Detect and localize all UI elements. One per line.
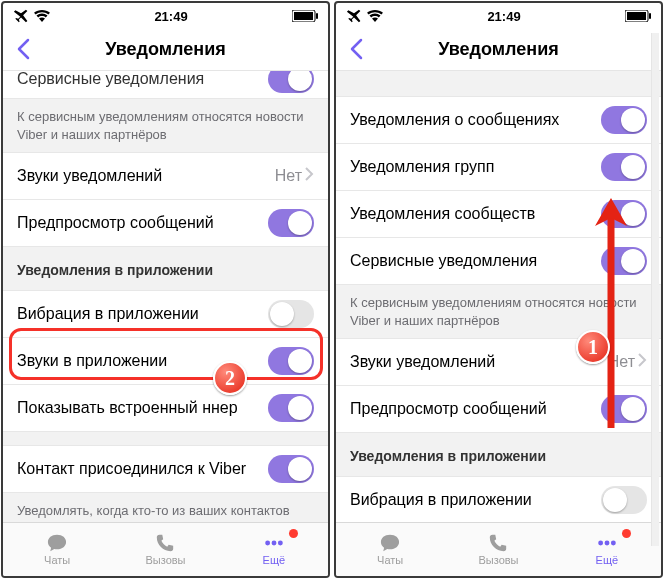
row-label: Сервисные уведомления (350, 252, 601, 270)
chevron-right-icon (637, 352, 647, 372)
wifi-icon (34, 10, 50, 22)
tab-more[interactable]: Ещё (553, 523, 661, 576)
airplane-icon (346, 9, 362, 23)
row-label: Сервисные уведомления (17, 71, 268, 88)
step-badge-2: 2 (213, 361, 247, 395)
row-label: Уведомления о сообщениях (350, 111, 601, 129)
step-badge-1: 1 (576, 330, 610, 364)
toggle-joined[interactable] (268, 455, 314, 483)
row-group-notif[interactable]: Уведомления групп (336, 144, 661, 191)
svg-point-9 (598, 541, 603, 546)
phone-left: 21:49 Уведомления Сервисные уведомления … (1, 1, 330, 578)
tab-label: Чаты (44, 554, 70, 566)
row-label: Звуки уведомлений (17, 167, 275, 185)
row-community-notif[interactable]: Уведомления сообществ (336, 191, 661, 238)
section-spacer (336, 71, 661, 97)
back-button[interactable] (346, 37, 368, 65)
phone-icon (154, 533, 176, 553)
svg-point-5 (278, 541, 283, 546)
section-footer-joined: Уведомлять, когда кто-то из ваших контак… (3, 493, 328, 522)
row-msg-notif[interactable]: Уведомления о сообщениях (336, 97, 661, 144)
toggle-vibration[interactable] (268, 300, 314, 328)
svg-rect-1 (294, 12, 313, 20)
row-preview[interactable]: Предпросмотр сообщений (3, 200, 328, 247)
section-spacer (3, 432, 328, 446)
row-notification-sounds[interactable]: Звуки уведомлений Нет (3, 153, 328, 200)
chat-icon (46, 533, 68, 553)
tab-calls[interactable]: Вызовы (444, 523, 552, 576)
status-time: 21:49 (487, 9, 520, 24)
tab-bar: Чаты Вызовы Ещё (3, 522, 328, 576)
row-label: Предпросмотр сообщений (17, 214, 268, 232)
row-banner[interactable]: Показывать встроенный ннер (3, 385, 328, 432)
row-label: Звуки уведомлений (350, 353, 608, 371)
tab-chats[interactable]: Чаты (336, 523, 444, 576)
more-icon (596, 533, 618, 553)
svg-rect-2 (316, 13, 318, 19)
toggle-preview[interactable] (268, 209, 314, 237)
back-button[interactable] (13, 37, 35, 65)
status-bar: 21:49 (336, 3, 661, 29)
row-label: Вибрация в приложении (350, 491, 601, 509)
navbar: Уведомления (336, 29, 661, 71)
phone-right: 21:49 Уведомления Уведомления о сообщени… (334, 1, 663, 578)
tab-calls[interactable]: Вызовы (111, 523, 219, 576)
settings-list-left: Сервисные уведомления К сервисным уведом… (3, 71, 328, 522)
svg-rect-7 (627, 12, 646, 20)
wifi-icon (367, 10, 383, 22)
svg-point-3 (265, 541, 270, 546)
row-inapp-sounds[interactable]: Звуки в приложении (3, 338, 328, 385)
chevron-right-icon (304, 166, 314, 186)
row-label: Уведомления сообществ (350, 205, 601, 223)
svg-rect-8 (649, 13, 651, 19)
row-vibration[interactable]: Вибрация в приложении (336, 477, 661, 522)
more-icon (263, 533, 285, 553)
svg-point-4 (271, 541, 276, 546)
tab-label: Вызовы (145, 554, 185, 566)
battery-icon (292, 10, 318, 22)
row-value: Нет (275, 167, 302, 185)
row-contact-joined[interactable]: Контакт присоединился к Viber (3, 446, 328, 493)
row-preview[interactable]: Предпросмотр сообщений (336, 386, 661, 433)
airplane-icon (13, 9, 29, 23)
section-footer-service: К сервисным уведомлениям относятся новос… (3, 99, 328, 153)
chat-icon (379, 533, 401, 553)
toggle-vibration[interactable] (601, 486, 647, 514)
toggle-community[interactable] (601, 200, 647, 228)
toggle-preview[interactable] (601, 395, 647, 423)
section-header-inapp: Уведомления в приложении (336, 433, 661, 477)
tab-label: Ещё (263, 554, 286, 566)
notification-dot-icon (289, 529, 298, 538)
navbar: Уведомления (3, 29, 328, 71)
toggle-banner[interactable] (268, 394, 314, 422)
toggle-service[interactable] (601, 247, 647, 275)
toggle-service[interactable] (268, 71, 314, 93)
svg-point-11 (611, 541, 616, 546)
settings-list-right: Уведомления о сообщениях Уведомления гру… (336, 71, 661, 522)
row-vibration[interactable]: Вибрация в приложении (3, 291, 328, 338)
status-bar: 21:49 (3, 3, 328, 29)
notification-dot-icon (622, 529, 631, 538)
row-label: Показывать встроенный ннер (17, 399, 268, 417)
tab-label: Вызовы (478, 554, 518, 566)
tab-label: Ещё (596, 554, 619, 566)
tab-label: Чаты (377, 554, 403, 566)
row-service-notif[interactable]: Сервисные уведомления (336, 238, 661, 285)
row-value: Нет (608, 353, 635, 371)
tab-chats[interactable]: Чаты (3, 523, 111, 576)
section-footer-service: К сервисным уведомлениям относятся новос… (336, 285, 661, 339)
section-header-inapp: Уведомления в приложении (3, 247, 328, 291)
tab-bar: Чаты Вызовы Ещё (336, 522, 661, 576)
page-title: Уведомления (438, 39, 559, 60)
row-notification-sounds[interactable]: Звуки уведомлений Нет (336, 339, 661, 386)
toggle-group[interactable] (601, 153, 647, 181)
toggle-inapp-sounds[interactable] (268, 347, 314, 375)
row-label: Уведомления групп (350, 158, 601, 176)
svg-point-10 (604, 541, 609, 546)
tab-more[interactable]: Ещё (220, 523, 328, 576)
row-service-cut[interactable]: Сервисные уведомления (3, 71, 328, 99)
row-label: Предпросмотр сообщений (350, 400, 601, 418)
phone-icon (487, 533, 509, 553)
battery-icon (625, 10, 651, 22)
toggle-msg[interactable] (601, 106, 647, 134)
